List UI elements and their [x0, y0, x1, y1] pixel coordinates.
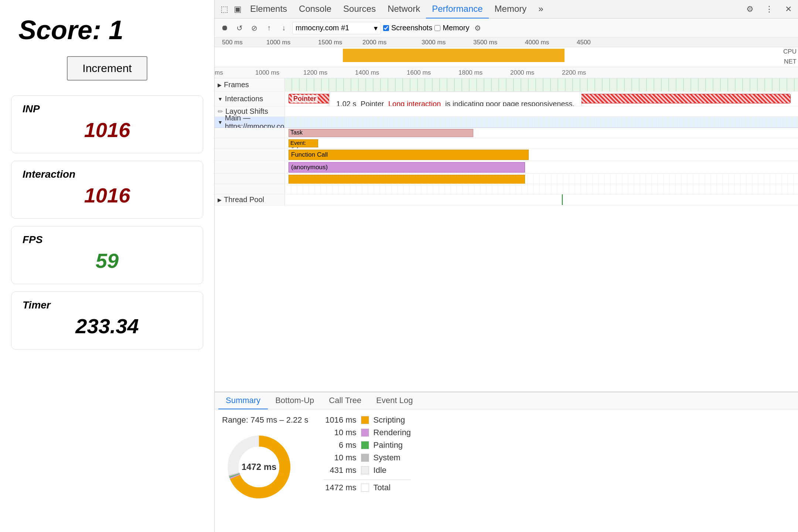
extra-func-block[interactable]: [289, 175, 525, 184]
clear-button[interactable]: ⊘: [248, 22, 260, 34]
url-display: mmocny.com #1 ▾: [292, 22, 381, 34]
url-text: mmocny.com #1: [296, 24, 349, 32]
ruler-2000: 2000 ms: [510, 69, 534, 76]
reload-button[interactable]: ↺: [233, 22, 246, 34]
tab-network[interactable]: Network: [382, 0, 426, 18]
tab-call-tree[interactable]: Call Tree: [321, 392, 369, 409]
misc-track-2: [215, 184, 798, 194]
time-500: 500 ms: [222, 39, 243, 46]
performance-toolbar: ⏺ ↺ ⊘ ↑ ↓ mmocny.com #1 ▾ Screenshots Me…: [215, 18, 798, 38]
event-click-block[interactable]: Event: click: [289, 139, 318, 147]
function-call-block[interactable]: Function Call: [289, 150, 529, 160]
inp-card: INP 1016: [11, 95, 203, 153]
donut-chart: 1472 ms: [222, 430, 296, 504]
increment-button[interactable]: Increment: [67, 56, 147, 81]
legend-rendering-swatch: [361, 429, 369, 437]
frames-blocks: [285, 78, 798, 91]
frames-text: Frames: [224, 81, 249, 89]
tooltip-duration: 1.02 s: [336, 100, 356, 106]
legend-painting: 6 ms Painting: [323, 440, 411, 450]
timer-value: 233.34: [23, 314, 192, 338]
func-call-canvas: Function Call: [285, 149, 798, 161]
legend-scripting-name: Scripting: [374, 415, 405, 425]
tab-more[interactable]: »: [532, 0, 549, 18]
download-button[interactable]: ↓: [277, 22, 290, 34]
tab-console[interactable]: Console: [293, 0, 337, 18]
overview-bar[interactable]: 500 ms 1000 ms 1500 ms 2000 ms 3000 ms 3…: [215, 38, 798, 67]
legend-scripting-value: 1016 ms: [323, 415, 357, 425]
settings-icon[interactable]: ⚙: [743, 3, 757, 16]
capture-settings-button[interactable]: ⚙: [471, 22, 484, 34]
task-text: Task: [289, 129, 304, 136]
event-click-track: Event: click: [215, 138, 798, 149]
tab-summary[interactable]: Summary: [218, 392, 268, 409]
devtools-panel: ⬚ ▣ Elements Console Sources Network Per…: [214, 0, 798, 532]
time-1500: 1500 ms: [318, 39, 342, 46]
close-icon[interactable]: ✕: [782, 3, 795, 16]
screenshots-label: Screenshots: [391, 24, 432, 32]
event-click-text: Event: click: [289, 139, 306, 148]
tab-bottom-up[interactable]: Bottom-Up: [268, 392, 321, 409]
legend-system: 10 ms System: [323, 453, 411, 463]
misc-label-2: [215, 184, 285, 194]
misc-label-1: [215, 174, 285, 184]
layout-shifts-track: ✏ Layout Shifts: [215, 106, 798, 117]
interaction-tooltip: 1.02 s Pointer Long interaction is indic…: [329, 92, 582, 106]
memory-checkbox[interactable]: [434, 25, 440, 31]
cpu-usage-block: [343, 49, 565, 62]
legend-idle: 431 ms Idle: [323, 466, 411, 475]
func-call-track: Function Call: [215, 149, 798, 161]
interactions-expand[interactable]: ▼: [218, 96, 223, 102]
layout-shifts-canvas: [285, 106, 798, 116]
legend-painting-value: 6 ms: [323, 440, 357, 450]
legend-total-name: Total: [374, 483, 391, 492]
pointer-text: Pointer: [292, 95, 318, 103]
anon-track: (anonymous): [215, 161, 798, 174]
legend-total-value: 1472 ms: [323, 483, 357, 492]
thread-pool-text: Thread Pool: [224, 195, 264, 204]
interaction-value: 1016: [23, 183, 192, 207]
bottom-content: Range: 745 ms – 2.22 s: [215, 409, 798, 532]
screenshots-toggle: Screenshots: [383, 24, 432, 32]
ruler-2200: 2200 ms: [562, 69, 586, 76]
tab-sources[interactable]: Sources: [337, 0, 382, 18]
more-options-icon[interactable]: ⋮: [763, 3, 776, 16]
main-thread-expand[interactable]: ▼: [218, 119, 223, 125]
interactions-track: ▼ Interactions Pointer 1.02 s Pointer Lo…: [215, 92, 798, 106]
memory-label: Memory: [443, 24, 469, 32]
anon-canvas: (anonymous): [285, 161, 798, 173]
screenshots-checkbox[interactable]: [383, 25, 389, 31]
main-timeline-container: ms 1000 ms 1200 ms 1400 ms 1600 ms 1800 …: [215, 67, 798, 392]
tab-memory[interactable]: Memory: [489, 0, 533, 18]
task-label-col: [215, 128, 285, 138]
bottom-panel: Summary Bottom-Up Call Tree Event Log Ra…: [215, 392, 798, 532]
url-dropdown-icon[interactable]: ▾: [374, 24, 378, 33]
legend-system-name: System: [374, 453, 400, 463]
upload-button[interactable]: ↑: [263, 22, 275, 34]
anon-text: (anonymous): [291, 164, 328, 171]
tab-performance[interactable]: Performance: [426, 0, 488, 18]
interactions-canvas[interactable]: Pointer 1.02 s Pointer Long interaction …: [285, 92, 798, 106]
frames-expand[interactable]: ▶: [218, 82, 222, 88]
anon-block[interactable]: (anonymous): [289, 162, 525, 173]
record-button[interactable]: ⏺: [218, 22, 231, 34]
legend-rendering: 10 ms Rendering: [323, 428, 411, 437]
interaction-card: Interaction 1016: [11, 161, 203, 219]
timeline-area: 500 ms 1000 ms 1500 ms 2000 ms 3000 ms 3…: [215, 38, 798, 392]
thread-pool-expand[interactable]: ▶: [218, 197, 222, 203]
event-click-canvas: Event: click: [285, 138, 798, 148]
interaction-label: Interaction: [23, 168, 192, 180]
donut-label: 1472 ms: [242, 462, 277, 472]
anon-label-col: [215, 161, 285, 173]
cursor-icon[interactable]: ⬚: [218, 3, 231, 16]
score-display: Score: 1: [11, 15, 123, 45]
tab-elements[interactable]: Elements: [244, 0, 293, 18]
ruler-ms: ms: [215, 69, 223, 76]
overview-ruler: 500 ms 1000 ms 1500 ms 2000 ms 3000 ms 3…: [215, 38, 798, 47]
tooltip-link[interactable]: Long interaction: [388, 100, 441, 106]
device-icon[interactable]: ▣: [231, 3, 244, 16]
devtools-action-icons: ⚙ ⋮ ✕: [743, 3, 795, 16]
tab-event-log[interactable]: Event Log: [369, 392, 420, 409]
frames-track: ▶ Frames: [215, 78, 798, 92]
task-block[interactable]: Task: [289, 129, 473, 137]
